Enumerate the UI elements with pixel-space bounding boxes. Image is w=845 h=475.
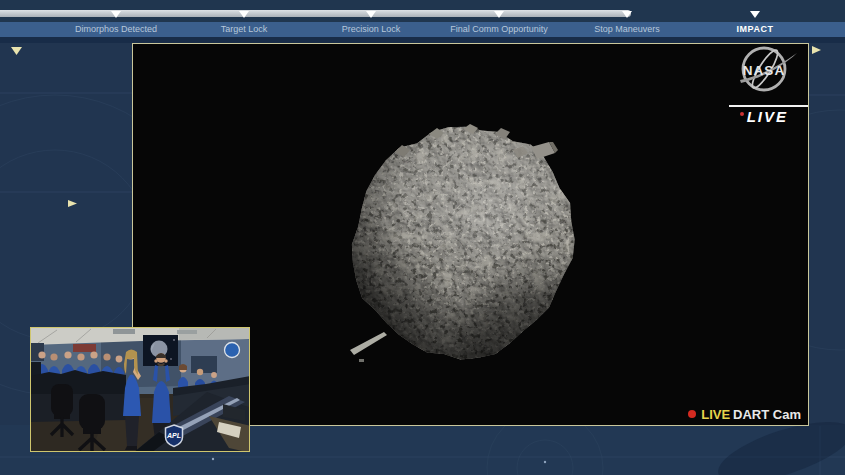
svg-text:APL: APL <box>166 432 181 439</box>
svg-text:NASA: NASA <box>743 63 786 78</box>
